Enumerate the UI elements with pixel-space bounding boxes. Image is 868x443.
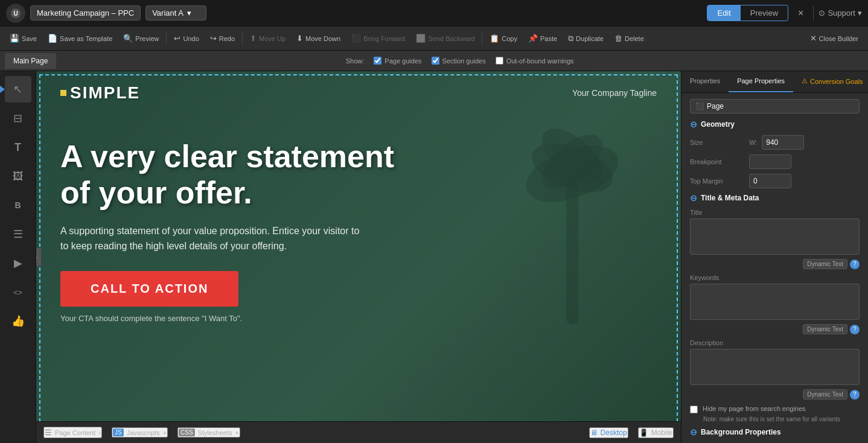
stylesheets-button[interactable]: CSS Stylesheets + — [177, 427, 240, 438]
title-help-icon[interactable]: ? — [850, 260, 860, 269]
paste-button[interactable]: 📌 Paste — [523, 31, 562, 45]
panel-toggle-arrow[interactable]: › — [36, 248, 41, 266]
support-icon: ⊙ — [819, 8, 825, 18]
bg-props-title: ⊖ Background Properties — [690, 427, 860, 437]
desktop-icon: 🖥 — [590, 429, 598, 437]
show-options: Show: Page guides Section guides Out-of-… — [56, 57, 863, 65]
tool-code[interactable]: <> — [5, 279, 31, 305]
mobile-button[interactable]: 📱 Mobile — [638, 427, 674, 438]
logo-button[interactable]: U — [6, 4, 25, 23]
tab-conversion-goals[interactable]: ⚠ Conversion Goals — [793, 71, 868, 92]
page-header: SIMPLE Your Company Tagline — [60, 83, 657, 103]
preview-icon: 🔍 — [123, 34, 133, 43]
toolbar-separator — [242, 31, 243, 46]
description-help-icon[interactable]: ? — [850, 390, 860, 400]
desktop-button[interactable]: 🖥 Desktop — [589, 427, 628, 438]
edit-button[interactable]: Edit — [707, 5, 740, 21]
tool-list[interactable]: ☰ — [5, 221, 31, 247]
description-dynamic-text-button[interactable]: Dynamic Text — [803, 389, 847, 400]
delete-button[interactable]: 🗑 Delete — [610, 31, 649, 45]
undo-button[interactable]: ↩ Undo — [169, 31, 203, 45]
tool-image[interactable]: 🖼 — [5, 163, 31, 190]
support-button[interactable]: ⊙ Support ▾ — [819, 8, 862, 18]
brand-name: SIMPLE — [60, 83, 140, 103]
redo-button[interactable]: ↪ Redo — [205, 31, 240, 45]
tool-text[interactable]: T — [5, 134, 31, 161]
tool-thumb[interactable]: 👍 — [5, 308, 31, 334]
toolbar-separator — [482, 31, 482, 46]
keywords-help-icon[interactable]: ? — [850, 325, 860, 334]
cta-button[interactable]: CALL TO ACTION — [60, 271, 238, 307]
brand-dot — [60, 90, 66, 96]
button-icon: B — [14, 200, 21, 210]
section-guides-checkbox[interactable]: Section guides — [432, 57, 486, 65]
send-backward-button[interactable]: ⬜ Send Backward — [411, 31, 479, 45]
cta-subtext: Your CTA should complete the sentence "I… — [60, 314, 657, 323]
main-layout: ↖ ⊟ T 🖼 B ☰ ▶ <> 👍 — [0, 71, 868, 443]
move-up-button[interactable]: ⬆ Move Up — [245, 31, 290, 45]
collapse-geometry-icon[interactable]: ⊖ — [690, 120, 697, 129]
toolbar: 💾 Save 📄 Save as Template 🔍 Preview ↩ Un… — [0, 27, 868, 51]
bring-forward-icon: ⬛ — [351, 34, 361, 43]
tab-page-properties[interactable]: Page Properties — [729, 71, 793, 92]
tab-properties[interactable]: Properties — [681, 71, 729, 92]
seo-hide-checkbox[interactable] — [690, 406, 698, 413]
canvas-inner: SIMPLE Your Company Tagline A very clear… — [36, 71, 681, 443]
svg-text:U: U — [13, 10, 18, 17]
device-group: 🖥 Desktop 📱 Mobile — [589, 427, 674, 438]
js-icon: JS — [113, 429, 124, 436]
width-input[interactable] — [762, 135, 804, 150]
keywords-textarea[interactable] — [690, 284, 860, 320]
canvas-area[interactable]: SIMPLE Your Company Tagline A very clear… — [36, 71, 681, 443]
campaign-selector[interactable]: Marketing Campaign – PPC — [30, 5, 141, 21]
right-panel: Properties Page Properties ⚠ Conversion … — [681, 71, 868, 443]
page-content-icon: ☰ — [45, 428, 52, 437]
toolbar-separator — [166, 31, 167, 46]
tool-video[interactable]: ▶ — [5, 250, 31, 276]
delete-icon: 🗑 — [614, 34, 622, 43]
top-margin-input[interactable] — [749, 174, 791, 188]
code-icon: <> — [13, 288, 22, 297]
top-margin-row: Top Margin — [690, 174, 860, 188]
keywords-dynamic-text-button[interactable]: Dynamic Text — [803, 324, 847, 334]
size-row: Size W: — [690, 135, 860, 150]
description-textarea[interactable] — [690, 349, 860, 385]
save-icon: 💾 — [10, 34, 19, 43]
title-label: Title — [690, 209, 860, 216]
tool-section[interactable]: ⊟ — [5, 105, 31, 132]
geometry-title: ⊖ Geometry — [690, 120, 860, 129]
title-dynamic-text-button[interactable]: Dynamic Text — [803, 259, 847, 269]
preview-toolbar-button[interactable]: 🔍 Preview — [118, 31, 164, 45]
copy-button[interactable]: 📋 Copy — [485, 31, 522, 45]
variant-selector[interactable]: Variant A ▾ — [145, 5, 206, 21]
close-topbar-button[interactable]: × — [793, 8, 808, 19]
title-textarea[interactable] — [690, 218, 860, 255]
seo-note: Note: make sure this is set the same for… — [703, 416, 860, 422]
video-icon: ▶ — [14, 257, 22, 270]
duplicate-button[interactable]: ⧉ Duplicate — [563, 31, 608, 46]
tool-button[interactable]: B — [5, 192, 31, 218]
preview-button[interactable]: Preview — [741, 5, 788, 21]
page-content-button[interactable]: ☰ Page Content › — [43, 427, 102, 438]
page-guides-checkbox[interactable]: Page guides — [374, 57, 421, 65]
breakpoint-input[interactable] — [749, 155, 791, 169]
tool-pointer[interactable]: ↖ — [5, 76, 31, 103]
close-builder-button[interactable]: ✕ Close Builder — [805, 31, 863, 45]
move-down-button[interactable]: ⬇ Move Down — [292, 31, 345, 45]
redo-icon: ↪ — [210, 34, 217, 43]
save-as-template-button[interactable]: 📄 Save as Template — [43, 31, 117, 45]
tab-bar: Main Page Show: Page guides Section guid… — [0, 51, 868, 71]
left-sidebar: ↖ ⊟ T 🖼 B ☰ ▶ <> 👍 — [0, 71, 36, 443]
javascripts-button[interactable]: JS Javascripts + — [112, 427, 168, 438]
save-button[interactable]: 💾 Save — [5, 31, 42, 45]
collapse-bg-icon[interactable]: ⊖ — [690, 427, 697, 437]
right-panel-tabs: Properties Page Properties ⚠ Conversion … — [681, 71, 868, 93]
bring-forward-button[interactable]: ⬛ Bring Forward — [346, 31, 410, 45]
save-template-icon: 📄 — [48, 34, 57, 43]
chevron-right-icon: › — [98, 429, 101, 436]
tab-main-page[interactable]: Main Page — [5, 53, 56, 69]
collapse-meta-icon[interactable]: ⊖ — [690, 193, 697, 203]
description-label: Description — [690, 339, 860, 346]
out-of-bound-checkbox[interactable]: Out-of-bound warnings — [496, 57, 574, 65]
top-bar: U Marketing Campaign – PPC Variant A ▾ E… — [0, 0, 868, 27]
